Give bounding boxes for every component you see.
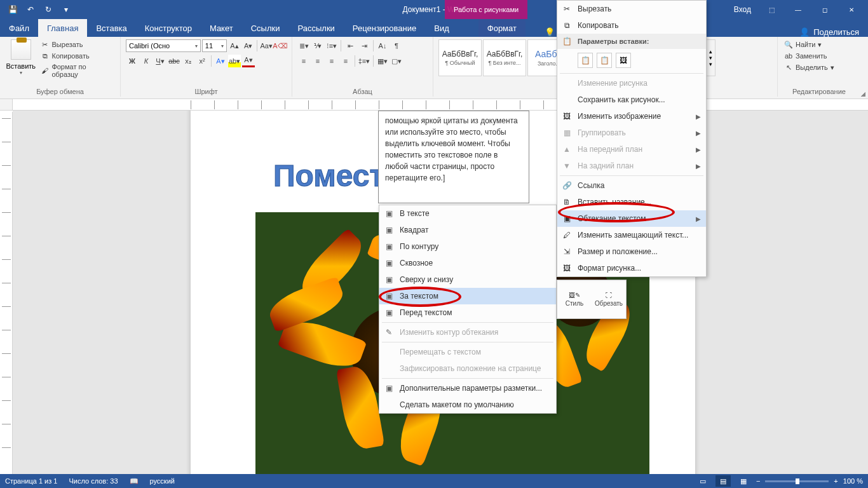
ctx-format-picture[interactable]: 🖼Формат рисунка... xyxy=(557,260,706,276)
maximize-icon[interactable]: ◻ xyxy=(812,0,837,19)
web-layout-icon[interactable]: ▦ xyxy=(736,475,751,487)
paste-picture[interactable]: 🖼 xyxy=(616,53,631,68)
ctx-change-picture[interactable]: 🖼Изменить изображение▶ xyxy=(557,108,706,125)
font-name-combo[interactable]: Calibri (Осно▾ xyxy=(126,39,201,52)
align-left-icon[interactable]: ≡ xyxy=(297,55,310,67)
paste-keep-source[interactable]: 📋 xyxy=(578,53,593,68)
print-layout-icon[interactable]: ▤ xyxy=(715,475,731,487)
share-button[interactable]: 👤 Поделиться xyxy=(799,27,859,37)
read-mode-icon[interactable]: ▭ xyxy=(695,475,710,487)
callout-textbox[interactable]: помощью яркой цитаты из документа или ис… xyxy=(378,111,529,203)
strike-icon[interactable]: abc xyxy=(168,55,180,67)
select-button[interactable]: ↖Выделить ▾ xyxy=(783,62,855,72)
redo-icon[interactable]: ↻ xyxy=(41,2,56,17)
tab-layout[interactable]: Макет xyxy=(201,19,242,37)
ctx-link[interactable]: 🔗Ссылка xyxy=(557,177,706,194)
showmarks-icon[interactable]: ¶ xyxy=(390,39,403,52)
paste-merge[interactable]: 📋 xyxy=(597,53,612,68)
change-case-icon[interactable]: Aa▾ xyxy=(260,39,273,52)
minimize-icon[interactable]: — xyxy=(785,0,811,19)
copy-button[interactable]: ⧉Копировать xyxy=(39,51,115,61)
customize-qat-icon[interactable]: ▾ xyxy=(58,2,74,17)
undo-icon[interactable]: ↶ xyxy=(23,2,38,17)
superscript-icon[interactable]: x² xyxy=(196,55,208,67)
mini-crop-button[interactable]: ⛶Обрезать xyxy=(592,280,626,318)
underline-icon[interactable]: Ч▾ xyxy=(154,55,166,67)
login-button[interactable]: Вход xyxy=(734,5,751,14)
picture-mini-toolbar: 🖼✎Стиль ⛶Обрезать xyxy=(557,280,627,319)
outdent-icon[interactable]: ⇤ xyxy=(344,39,356,52)
tab-mailings[interactable]: Рассылки xyxy=(288,19,343,37)
font-color-icon[interactable]: A▾ xyxy=(242,55,255,67)
styles-launcher-icon[interactable]: ◢ xyxy=(861,91,865,97)
indent-icon[interactable]: ⇥ xyxy=(358,39,370,52)
zoom-out-icon[interactable]: − xyxy=(756,477,760,485)
wrap-inline[interactable]: ▣В тексте xyxy=(379,205,556,222)
wrap-through[interactable]: ▣Сквозное xyxy=(379,255,556,271)
tab-format[interactable]: Формат xyxy=(478,19,526,37)
ctx-size-position[interactable]: ⇲Размер и положение... xyxy=(557,243,706,260)
shrink-font-icon[interactable]: A▾ xyxy=(242,39,255,52)
subscript-icon[interactable]: x₂ xyxy=(182,55,194,67)
italic-icon[interactable]: К xyxy=(140,55,153,67)
text-effects-icon[interactable]: A▾ xyxy=(214,55,227,67)
multilevel-icon[interactable]: ⁝≡▾ xyxy=(325,39,338,52)
tab-design[interactable]: Конструктор xyxy=(136,19,201,37)
mini-style-button[interactable]: 🖼✎Стиль xyxy=(557,280,592,318)
ctx-save-as-picture[interactable]: Сохранить как рисунок... xyxy=(557,92,706,108)
highlight-icon[interactable]: ab▾ xyxy=(228,55,241,67)
align-center-icon[interactable]: ≡ xyxy=(311,55,324,67)
zoom-in-icon[interactable]: + xyxy=(834,477,837,485)
language-indicator[interactable]: русский xyxy=(150,477,175,485)
wrap-in-front[interactable]: ▣Перед текстом xyxy=(379,304,556,321)
align-right-icon[interactable]: ≡ xyxy=(325,55,338,67)
tab-insert[interactable]: Вставка xyxy=(87,19,135,37)
format-painter-button[interactable]: 🖌Формат по образцу xyxy=(39,62,115,79)
zoom-slider[interactable] xyxy=(765,480,829,482)
tab-references[interactable]: Ссылки xyxy=(242,19,289,37)
paste-button[interactable]: Вставить ▾ xyxy=(5,39,37,76)
style-nospacing[interactable]: АаБбВвГг,¶ Без инте... xyxy=(483,39,526,76)
tab-file[interactable]: Файл xyxy=(0,19,38,37)
spell-check-icon[interactable]: 📖 xyxy=(130,477,139,485)
justify-icon[interactable]: ≡ xyxy=(339,55,352,67)
vertical-ruler[interactable] xyxy=(0,112,13,474)
ctx-wrap-text[interactable]: ▣Обтекание текстом▶ xyxy=(557,210,706,227)
borders-icon[interactable]: ▢▾ xyxy=(390,55,403,67)
tab-review[interactable]: Рецензирование xyxy=(344,19,425,37)
find-button[interactable]: 🔍Найти ▾ xyxy=(783,39,855,50)
wrap-tight[interactable]: ▣По контуру xyxy=(379,238,556,255)
tab-view[interactable]: Вид xyxy=(425,19,458,37)
tab-home[interactable]: Главная xyxy=(38,19,87,37)
sort-icon[interactable]: A↓ xyxy=(376,39,389,52)
line-spacing-icon[interactable]: ‡≡▾ xyxy=(358,55,370,67)
bullets-icon[interactable]: ≣▾ xyxy=(297,39,310,52)
shading-icon[interactable]: ▦▾ xyxy=(376,55,389,67)
zoom-level[interactable]: 100 % xyxy=(843,477,863,485)
inline-icon: ▣ xyxy=(383,208,395,219)
word-count[interactable]: Число слов: 33 xyxy=(69,477,118,485)
ctx-alt-text[interactable]: 🖊Изменить замещающий текст... xyxy=(557,227,706,243)
horizontal-ruler[interactable] xyxy=(13,99,868,111)
ctx-cut[interactable]: ✂Вырезать xyxy=(557,1,706,17)
replace-button[interactable]: abЗаменить xyxy=(783,51,855,61)
close-icon[interactable]: ✕ xyxy=(839,0,864,19)
styles-gallery-expand[interactable]: ▴▾▾ xyxy=(705,39,715,76)
grow-font-icon[interactable]: A▴ xyxy=(228,39,241,52)
more-layout-options[interactable]: ▣Дополнительные параметры разметки... xyxy=(379,380,556,396)
ctx-insert-caption[interactable]: 🗎Вставить название... xyxy=(557,194,706,210)
wrap-square[interactable]: ▣Квадрат xyxy=(379,222,556,238)
wrap-behind-text[interactable]: ▣За текстом xyxy=(379,288,556,304)
ctx-copy[interactable]: ⧉Копировать xyxy=(557,17,706,34)
style-normal[interactable]: АаБбВвГг,¶ Обычный xyxy=(438,39,482,76)
font-size-combo[interactable]: 11▾ xyxy=(202,39,227,52)
set-default-layout[interactable]: Сделать макетом по умолчанию xyxy=(379,396,556,413)
wrap-topbottom[interactable]: ▣Сверху и снизу xyxy=(379,271,556,288)
cut-button[interactable]: ✂Вырезать xyxy=(39,39,115,50)
page-count[interactable]: Страница 1 из 1 xyxy=(5,477,57,485)
ribbon-display-icon[interactable]: ⬚ xyxy=(759,0,784,19)
numbering-icon[interactable]: ⅟▾ xyxy=(311,39,324,52)
clear-format-icon[interactable]: A⌫ xyxy=(274,39,287,52)
bold-icon[interactable]: Ж xyxy=(126,55,139,67)
save-icon[interactable]: 💾 xyxy=(5,2,20,17)
